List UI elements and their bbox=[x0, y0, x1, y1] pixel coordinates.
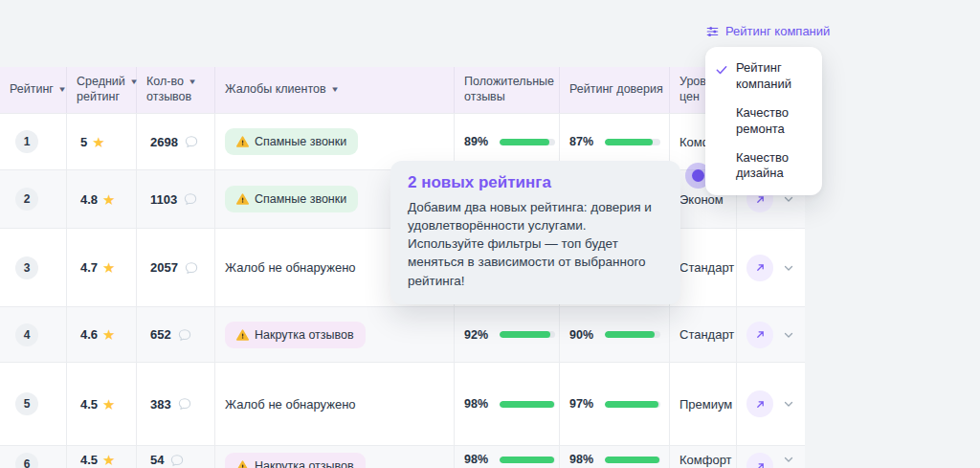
table-row: 5 4.5★ 383 Жалоб не обнаружено 98% 97% П… bbox=[0, 362, 805, 445]
open-company-button[interactable] bbox=[746, 390, 773, 417]
chevron-down-icon[interactable] bbox=[782, 328, 795, 342]
column-header-trust-rating: Рейтинг доверия bbox=[560, 67, 670, 113]
rating-dropdown-menu: Рейтинг компаний Качество ремонта Качест… bbox=[705, 47, 822, 195]
star-icon: ★ bbox=[102, 327, 115, 342]
chevron-down-icon[interactable] bbox=[782, 261, 795, 275]
tooltip-title: 2 новых рейтинга bbox=[408, 173, 663, 192]
open-company-button[interactable] bbox=[746, 255, 773, 281]
warning-icon bbox=[236, 136, 249, 147]
rank-badge: 3 bbox=[15, 256, 38, 279]
star-icon: ★ bbox=[92, 135, 104, 149]
table-row: 6 4.5★ 54 Накрутка отзывов 98% 98% Комфо… bbox=[0, 445, 805, 468]
progress-bar bbox=[605, 401, 660, 408]
star-icon: ★ bbox=[102, 192, 115, 207]
sort-icon[interactable]: ▼ bbox=[330, 85, 340, 95]
ratings-page: Рейтинг▼ Средний▼ рейтинг Кол-во▼ отзыво… bbox=[0, 0, 980, 468]
chat-icon bbox=[183, 191, 198, 207]
sliders-icon bbox=[705, 25, 720, 38]
progress-bar bbox=[500, 457, 555, 463]
complaint-badge: Спамные звонки bbox=[225, 186, 358, 212]
table-header-row: Рейтинг▼ Средний▼ рейтинг Кол-во▼ отзыво… bbox=[0, 67, 805, 113]
onboarding-tooltip: 2 новых рейтинга Добавим два новых рейти… bbox=[390, 161, 680, 304]
tooltip-body: Добавим два новых рейтинга: доверия и уд… bbox=[408, 198, 663, 290]
column-header-reviews-count[interactable]: Кол-во▼ отзывов bbox=[137, 67, 215, 113]
progress-bar bbox=[605, 331, 660, 338]
progress-bar bbox=[500, 139, 555, 145]
column-header-complaints[interactable]: Жалобы клиентов▼ bbox=[215, 67, 455, 113]
menu-item-design-quality[interactable]: Качество дизайна bbox=[717, 150, 811, 183]
arrow-up-right-icon bbox=[754, 398, 767, 411]
arrow-up-right-icon bbox=[754, 460, 767, 468]
progress-bar bbox=[500, 331, 555, 338]
check-icon bbox=[715, 63, 728, 77]
progress-bar bbox=[500, 401, 555, 408]
rating-filter-button[interactable]: Рейтинг компаний bbox=[700, 23, 835, 39]
rank-badge: 5 bbox=[15, 392, 38, 415]
warning-icon bbox=[236, 460, 249, 468]
complaint-badge: Накрутка отзывов bbox=[225, 322, 366, 348]
column-header-rating[interactable]: Рейтинг▼ bbox=[0, 67, 67, 113]
no-complaints-text: Жалоб не обнаружено bbox=[225, 397, 356, 412]
star-icon: ★ bbox=[102, 260, 115, 275]
star-icon: ★ bbox=[102, 453, 115, 467]
complaint-badge: Накрутка отзывов bbox=[225, 453, 366, 468]
open-company-button[interactable] bbox=[746, 322, 773, 348]
chat-icon bbox=[169, 453, 185, 468]
chat-icon bbox=[184, 260, 199, 276]
rank-badge: 2 bbox=[15, 188, 38, 211]
column-header-positive-reviews: Положительные отзывы bbox=[455, 67, 560, 113]
no-complaints-text: Жалоб не обнаружено bbox=[225, 260, 356, 275]
menu-item-rating-companies[interactable]: Рейтинг компаний bbox=[717, 60, 811, 93]
sort-icon[interactable]: ▼ bbox=[129, 78, 139, 87]
chevron-down-icon[interactable] bbox=[782, 397, 795, 411]
rank-badge: 6 bbox=[15, 453, 38, 468]
warning-icon bbox=[236, 193, 249, 205]
star-icon: ★ bbox=[102, 397, 115, 412]
progress-bar bbox=[605, 139, 660, 145]
open-company-button[interactable] bbox=[746, 453, 773, 468]
arrow-up-right-icon bbox=[754, 328, 767, 341]
chat-icon bbox=[177, 327, 192, 343]
complaint-badge: Спамные звонки bbox=[225, 128, 358, 155]
sort-icon[interactable]: ▼ bbox=[188, 78, 197, 87]
chat-icon bbox=[177, 396, 192, 412]
warning-icon bbox=[236, 329, 249, 341]
rank-badge: 4 bbox=[15, 323, 38, 346]
rank-badge: 1 bbox=[15, 130, 38, 153]
rating-filter-label: Рейтинг компаний bbox=[725, 24, 830, 38]
chat-icon bbox=[184, 134, 199, 149]
table-row: 4 4.6★ 652 Накрутка отзывов 92% 90% Стан… bbox=[0, 306, 805, 362]
chevron-down-icon[interactable] bbox=[782, 453, 795, 466]
arrow-up-right-icon bbox=[754, 261, 767, 274]
sort-icon[interactable]: ▼ bbox=[57, 85, 67, 95]
tooltip-anchor-dot-core bbox=[692, 169, 704, 182]
progress-bar bbox=[605, 457, 660, 463]
menu-item-repair-quality[interactable]: Качество ремонта bbox=[717, 105, 811, 138]
column-header-avg-rating[interactable]: Средний▼ рейтинг bbox=[67, 67, 137, 113]
